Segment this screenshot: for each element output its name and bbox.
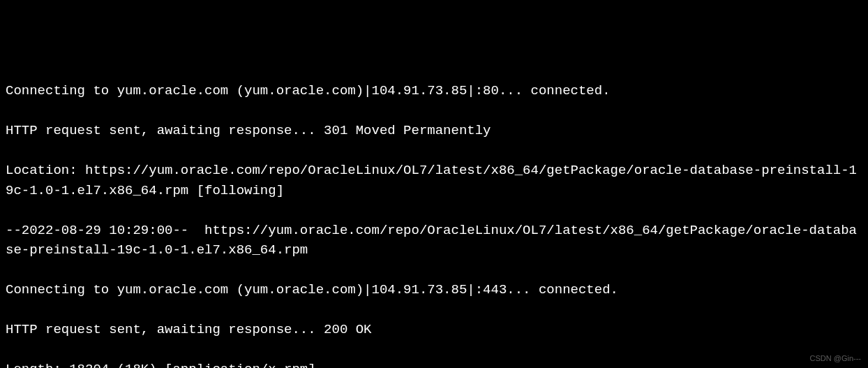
- output-line-length: Length: 18204 (18K) [application/x-rpm]: [6, 360, 862, 368]
- output-line-location: Location: https://yum.oracle.com/repo/Or…: [6, 161, 862, 200]
- output-line-http-200: HTTP request sent, awaiting response... …: [6, 320, 862, 340]
- watermark-text: CSDN @Gin---: [810, 353, 862, 365]
- output-line-connecting-443: Connecting to yum.oracle.com (yum.oracle…: [6, 280, 862, 300]
- output-line-http-301: HTTP request sent, awaiting response... …: [6, 121, 862, 141]
- output-line-timestamp-request: --2022-08-29 10:29:00-- https://yum.orac…: [6, 221, 862, 260]
- output-line-connecting-80: Connecting to yum.oracle.com (yum.oracle…: [6, 81, 862, 101]
